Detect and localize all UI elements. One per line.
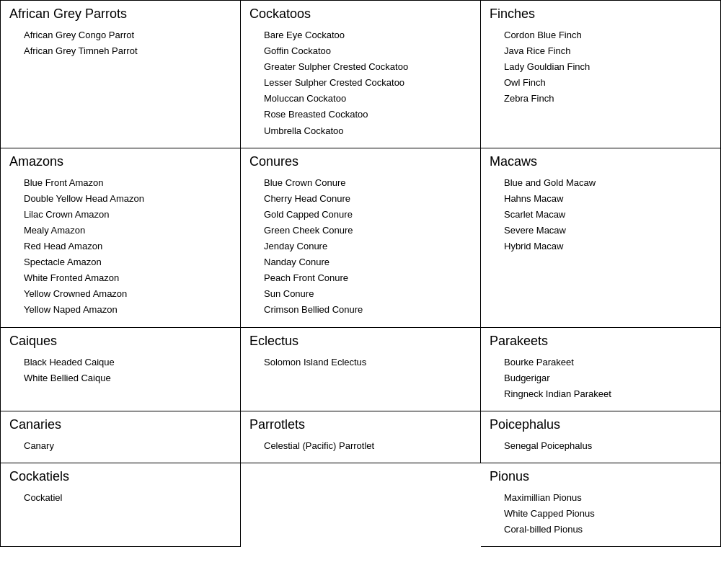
category-cell: CaiquesBlack Headed CaiqueWhite Bellied … — [1, 328, 241, 411]
species-list: Canary — [9, 438, 231, 454]
category-cell: AmazonsBlue Front AmazonDouble Yellow He… — [1, 148, 241, 328]
list-item: White Bellied Caique — [24, 370, 231, 386]
main-grid: African Grey ParrotsAfrican Grey Congo P… — [0, 0, 721, 547]
list-item: Umbrella Cockatoo — [264, 123, 472, 139]
category-cell: FinchesCordon Blue FinchJava Rice FinchL… — [481, 1, 721, 148]
list-item: Jenday Conure — [264, 239, 472, 254]
list-item: Severe Macaw — [504, 223, 712, 239]
category-heading: Amazons — [9, 154, 231, 169]
category-cell: CanariesCanary — [1, 411, 241, 463]
category-cell: ConuresBlue Crown ConureCherry Head Conu… — [241, 148, 481, 328]
list-item: Budgerigar — [504, 370, 712, 386]
category-heading: African Grey Parrots — [9, 6, 231, 22]
list-item: Solomon Island Eclectus — [264, 355, 472, 370]
species-list: Blue Crown ConureCherry Head ConureGold … — [249, 175, 472, 318]
category-cell: PoicephalusSenegal Poicephalus — [481, 411, 721, 463]
list-item: Bourke Parakeet — [504, 355, 712, 370]
list-item: Celestial (Pacific) Parrotlet — [264, 438, 472, 454]
species-list: Solomon Island Eclectus — [249, 355, 472, 370]
species-list: Senegal Poicephalus — [490, 438, 712, 454]
category-heading: Canaries — [9, 417, 231, 432]
list-item: White Capped Pionus — [504, 506, 712, 522]
species-list: Blue and Gold MacawHahns MacawScarlet Ma… — [490, 175, 712, 254]
list-item: Yellow Naped Amazon — [24, 302, 231, 318]
category-cell: CockatoosBare Eye CockatooGoffin Cockato… — [241, 1, 481, 148]
category-heading: Macaws — [490, 154, 712, 169]
list-item: Lilac Crown Amazon — [24, 207, 231, 223]
category-heading: Poicephalus — [490, 417, 712, 432]
category-heading: Caiques — [9, 334, 231, 349]
list-item: Blue Front Amazon — [24, 175, 231, 191]
list-item: Cordon Blue Finch — [504, 27, 712, 43]
list-item: Yellow Crowned Amazon — [24, 286, 231, 302]
list-item: Bare Eye Cockatoo — [264, 27, 472, 43]
category-heading: Eclectus — [249, 334, 472, 349]
category-heading: Conures — [249, 154, 472, 169]
species-list: Bourke ParakeetBudgerigarRingneck Indian… — [490, 355, 712, 402]
species-list: African Grey Congo ParrotAfrican Grey Ti… — [9, 27, 231, 59]
category-cell: CockatielsCockatiel — [1, 463, 241, 547]
species-list: Celestial (Pacific) Parrotlet — [249, 438, 472, 454]
category-cell: PionusMaximillian PionusWhite Capped Pio… — [481, 463, 721, 547]
list-item: Cherry Head Conure — [264, 191, 472, 207]
list-item: Java Rice Finch — [504, 43, 712, 59]
list-item: Gold Capped Conure — [264, 207, 472, 223]
list-item: Zebra Finch — [504, 91, 712, 107]
list-item: Senegal Poicephalus — [504, 438, 712, 454]
list-item: Goffin Cockatoo — [264, 43, 472, 59]
category-cell: MacawsBlue and Gold MacawHahns MacawScar… — [481, 148, 721, 328]
list-item: African Grey Timneh Parrot — [24, 43, 231, 59]
list-item: Greater Sulpher Crested Cockatoo — [264, 59, 472, 75]
list-item: Hybrid Macaw — [504, 239, 712, 254]
list-item: Peach Front Conure — [264, 270, 472, 286]
list-item: Coral-billed Pionus — [504, 522, 712, 538]
species-list: Cockatiel — [9, 490, 231, 506]
list-item: Owl Finch — [504, 75, 712, 91]
list-item: Hahns Macaw — [504, 191, 712, 207]
list-item: Crimson Bellied Conure — [264, 302, 472, 318]
list-item: African Grey Congo Parrot — [24, 27, 231, 43]
species-list: Bare Eye CockatooGoffin CockatooGreater … — [249, 27, 472, 139]
list-item: Ringneck Indian Parakeet — [504, 386, 712, 402]
category-heading: Parakeets — [490, 334, 712, 349]
list-item: Blue and Gold Macaw — [504, 175, 712, 191]
list-item: Sun Conure — [264, 286, 472, 302]
category-cell: EclectusSolomon Island Eclectus — [241, 328, 481, 411]
species-list: Cordon Blue FinchJava Rice FinchLady Gou… — [490, 27, 712, 107]
list-item: Cockatiel — [24, 490, 231, 506]
category-heading: Parrotlets — [249, 417, 472, 432]
list-item: Black Headed Caique — [24, 355, 231, 370]
category-heading: Finches — [490, 6, 712, 22]
list-item: Moluccan Cockatoo — [264, 91, 472, 107]
list-item: Blue Crown Conure — [264, 175, 472, 191]
list-item: Maximillian Pionus — [504, 490, 712, 506]
category-heading: Cockatiels — [9, 469, 231, 484]
category-cell: ParakeetsBourke ParakeetBudgerigarRingne… — [481, 328, 721, 411]
list-item: Rose Breasted Cockatoo — [264, 107, 472, 122]
list-item: Lady Gouldian Finch — [504, 59, 712, 75]
species-list: Blue Front AmazonDouble Yellow Head Amaz… — [9, 175, 231, 318]
list-item: Mealy Amazon — [24, 223, 231, 239]
list-item: White Fronted Amazon — [24, 270, 231, 286]
list-item: Double Yellow Head Amazon — [24, 191, 231, 207]
list-item: Red Head Amazon — [24, 239, 231, 254]
species-list: Black Headed CaiqueWhite Bellied Caique — [9, 355, 231, 386]
category-cell: African Grey ParrotsAfrican Grey Congo P… — [1, 1, 241, 148]
list-item: Scarlet Macaw — [504, 207, 712, 223]
category-heading: Pionus — [490, 469, 712, 484]
list-item: Canary — [24, 438, 231, 454]
list-item: Lesser Sulpher Crested Cockatoo — [264, 75, 472, 91]
list-item: Spectacle Amazon — [24, 254, 231, 270]
category-cell: ParrotletsCelestial (Pacific) Parrotlet — [241, 411, 481, 463]
category-heading: Cockatoos — [249, 6, 472, 22]
list-item: Green Cheek Conure — [264, 223, 472, 239]
list-item: Nanday Conure — [264, 254, 472, 270]
species-list: Maximillian PionusWhite Capped PionusCor… — [490, 490, 712, 538]
